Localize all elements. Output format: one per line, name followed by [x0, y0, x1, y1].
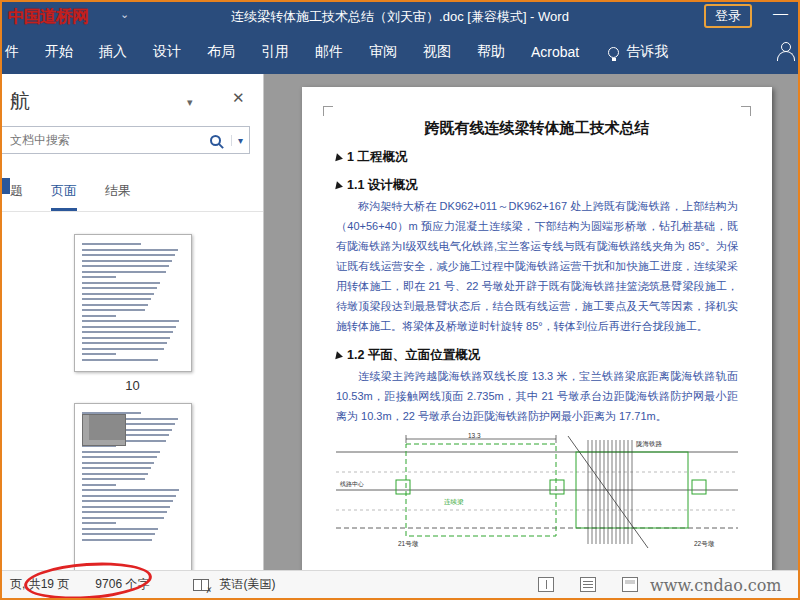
tab-pages[interactable]: 页面 [51, 182, 77, 211]
language-status[interactable]: 英语(美国) [219, 576, 275, 593]
thumbnail-photo [82, 414, 126, 446]
lightbulb-icon [608, 47, 619, 58]
web-layout-button[interactable] [622, 577, 638, 592]
diagram-dimension-label: 13.3 [468, 432, 481, 439]
sign-in-button[interactable]: 登录 [704, 4, 752, 28]
view-mode-buttons [538, 577, 638, 592]
page-thumbnail-10[interactable] [74, 234, 192, 372]
close-pane-icon[interactable]: ✕ [232, 89, 245, 107]
ribbon-tab-row: 件 开始 插入 设计 布局 引用 邮件 审阅 视图 帮助 Acrobat 告诉我 [2, 30, 798, 74]
doc-heading-1-text: 1 工程概况 [347, 149, 407, 166]
margin-crop-mark [323, 106, 333, 116]
proofing-error-icon[interactable] [193, 579, 209, 591]
word-window: 中国道桥网 ⌄ 连续梁转体施工技术总结（刘天宙）.doc [兼容模式] - Wo… [0, 0, 800, 600]
doc-heading-1-1-text: 1.1 设计概况 [347, 177, 418, 194]
share-person-icon[interactable] [776, 42, 794, 60]
tab-review[interactable]: 审阅 [356, 43, 410, 61]
tab-help[interactable]: 帮助 [464, 43, 518, 61]
page-thumbnail-11[interactable] [74, 403, 192, 570]
outline-collapse-icon[interactable] [335, 153, 344, 162]
doc-main-title: 跨既有线连续梁转体施工技术总结 [336, 119, 738, 138]
document-title: 连续梁转体施工技术总结（刘天宙）.doc [兼容模式] - Word [2, 8, 798, 26]
tab-file[interactable]: 件 [2, 43, 32, 61]
print-layout-button[interactable] [580, 577, 596, 592]
doc-paragraph-position: 连续梁主跨跨越陇海铁路双线长度 13.3 米，宝兰铁路梁底距离陇海铁路轨面 10… [336, 366, 738, 426]
tab-mailings[interactable]: 邮件 [302, 43, 356, 61]
doc-heading-1-2: 1.2 平面、立面位置概况 [336, 347, 738, 364]
document-canvas[interactable]: 跨既有线连续梁转体施工技术总结 1 工程概况 1.1 设计概况 称沟架特大桥在 … [264, 74, 798, 570]
tab-view[interactable]: 视图 [410, 43, 464, 61]
diagram-centerline-label: 线路中心 [340, 481, 364, 488]
tell-me-box[interactable]: 告诉我 [608, 43, 668, 61]
outline-collapse-icon[interactable] [335, 351, 344, 360]
thumbnail-page-number: 10 [2, 378, 263, 393]
search-icon[interactable] [210, 135, 221, 146]
pane-options-caret-icon[interactable]: ▾ [187, 96, 193, 109]
doc-heading-1-1: 1.1 设计概况 [336, 177, 738, 194]
page-thumbnail-list[interactable]: 10 11 [2, 224, 263, 570]
navigation-pane: 航 ▾ ✕ ▾ 题 页面 结果 10 11 [2, 74, 264, 570]
search-options-caret-icon[interactable]: ▾ [231, 135, 243, 146]
doc-heading-1: 1 工程概况 [336, 149, 738, 166]
doc-heading-1-2-text: 1.2 平面、立面位置概况 [347, 347, 480, 364]
read-mode-button[interactable] [538, 577, 554, 592]
search-input[interactable] [2, 133, 210, 147]
tab-results[interactable]: 结果 [105, 182, 131, 211]
site-plan-diagram: 13.3 连续梁 陇海铁路 21号墩 22号墩 线路中心 [336, 432, 738, 552]
navigation-tabs: 题 页面 结果 [2, 180, 263, 212]
word-count-status[interactable]: 9706 个字 [95, 576, 149, 593]
tab-home[interactable]: 开始 [32, 43, 86, 61]
diagram-beam-label: 连续梁 [444, 498, 464, 505]
tab-headings[interactable]: 题 [10, 182, 23, 211]
margin-crop-mark [741, 106, 751, 116]
tab-layout[interactable]: 布局 [194, 43, 248, 61]
tab-acrobat[interactable]: Acrobat [518, 44, 592, 60]
page-count-status[interactable]: 页, 共19 页 [10, 576, 69, 593]
tell-me-label: 告诉我 [626, 43, 668, 61]
diagram-pier21-label: 21号墩 [398, 540, 419, 548]
document-page[interactable]: 跨既有线连续梁转体施工技术总结 1 工程概况 1.1 设计概况 称沟架特大桥在 … [302, 87, 772, 574]
minimize-button[interactable]: — [773, 4, 788, 21]
outline-collapse-icon[interactable] [335, 181, 344, 190]
title-bar: 中国道桥网 ⌄ 连续梁转体施工技术总结（刘天宙）.doc [兼容模式] - Wo… [2, 2, 798, 30]
tab-insert[interactable]: 插入 [86, 43, 140, 61]
tab-references[interactable]: 引用 [248, 43, 302, 61]
navigation-pane-title: 航 [10, 88, 30, 115]
diagram-pier22-label: 22号墩 [694, 540, 715, 548]
tab-design[interactable]: 设计 [140, 43, 194, 61]
document-search-box[interactable]: ▾ [2, 126, 250, 154]
site-watermark: www.cndao.com [650, 576, 782, 595]
doc-paragraph-design: 称沟架特大桥在 DK962+011～DK962+167 处上跨既有陇海铁路，上部… [336, 196, 738, 336]
diagram-railway-label: 陇海铁路 [636, 440, 663, 448]
